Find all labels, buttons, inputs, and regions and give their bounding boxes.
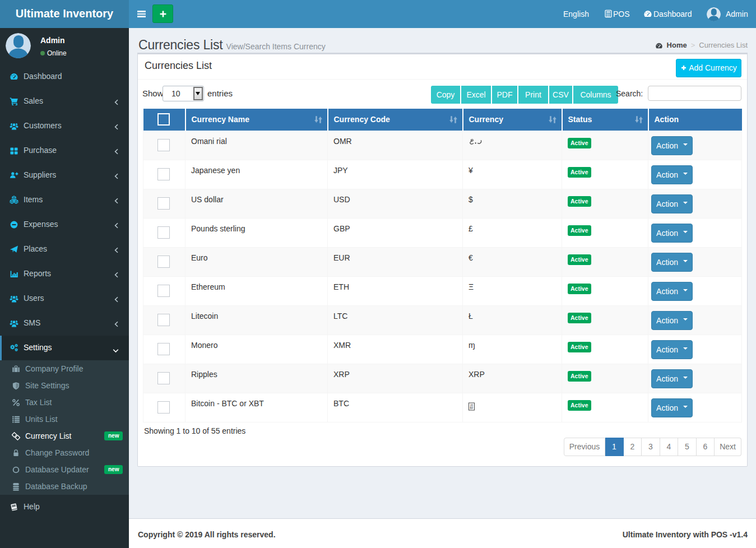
svg-text:20: 20	[470, 403, 474, 406]
svg-text:BF: BF	[470, 407, 474, 410]
